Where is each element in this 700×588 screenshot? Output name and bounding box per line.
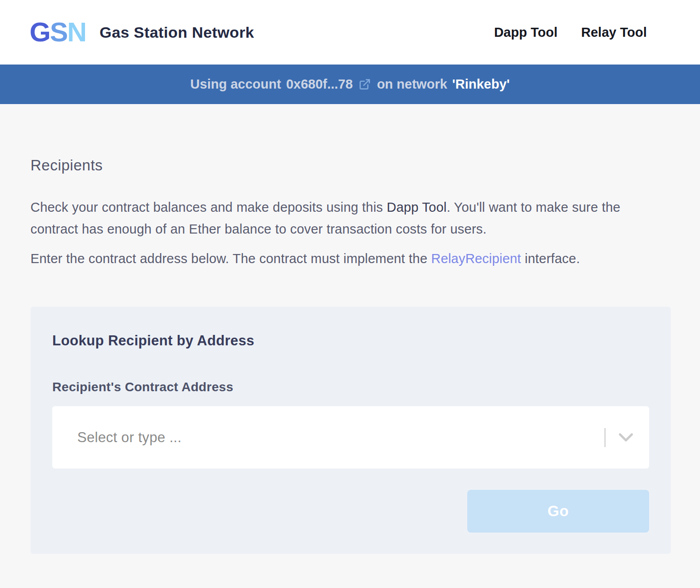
external-link-icon[interactable]	[359, 78, 371, 90]
go-button-row: Go	[52, 490, 649, 533]
recipient-address-select[interactable]: Select or type ...	[52, 406, 649, 468]
app-header: G S N Gas Station Network Dapp Tool Rela…	[0, 0, 700, 65]
banner-prefix-text: Using account	[190, 77, 281, 92]
banner-infix-text: on network	[377, 77, 447, 92]
intro-text-before: Check your contract balances and make de…	[30, 200, 387, 214]
select-indicators	[605, 406, 649, 468]
select-placeholder: Select or type ...	[77, 429, 605, 446]
gsn-logo: G S N	[30, 19, 86, 46]
chevron-down-icon[interactable]	[605, 432, 649, 443]
account-address: 0x680f...78	[286, 77, 353, 92]
main-content: Recipients Check your contract balances …	[0, 104, 700, 554]
contract-address-label: Recipient's Contract Address	[52, 379, 649, 395]
dapp-tool-mention: Dapp Tool	[387, 200, 447, 214]
app-title: Gas Station Network	[100, 24, 254, 41]
nav-relay-tool[interactable]: Relay Tool	[581, 25, 647, 40]
nav-dapp-tool[interactable]: Dapp Tool	[494, 25, 558, 40]
logo-letter-n: N	[67, 19, 86, 46]
account-banner: Using account 0x680f...78 on network 'Ri…	[0, 65, 700, 104]
page-title: Recipients	[30, 157, 671, 174]
relay-recipient-link[interactable]: RelayRecipient	[431, 251, 521, 266]
instruction-text-before: Enter the contract address below. The co…	[30, 251, 431, 266]
network-name: 'Rinkeby'	[452, 77, 510, 92]
instruction-paragraph: Enter the contract address below. The co…	[30, 248, 671, 269]
go-button[interactable]: Go	[467, 490, 649, 533]
logo-letter-g: G	[30, 19, 50, 46]
main-nav: Dapp Tool Relay Tool	[494, 25, 647, 40]
instruction-text-after: interface.	[521, 251, 580, 266]
lookup-card: Lookup Recipient by Address Recipient's …	[30, 307, 671, 554]
intro-paragraph: Check your contract balances and make de…	[30, 196, 671, 240]
lookup-card-title: Lookup Recipient by Address	[52, 332, 649, 350]
logo-letter-s: S	[50, 19, 67, 46]
